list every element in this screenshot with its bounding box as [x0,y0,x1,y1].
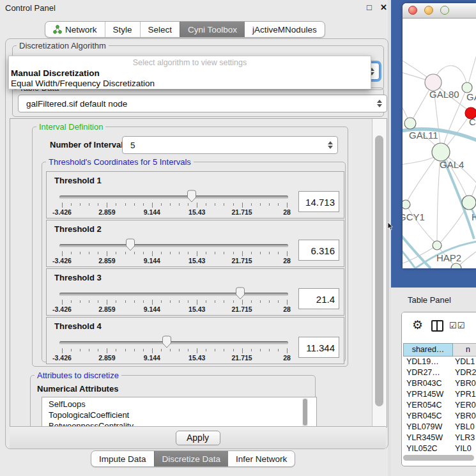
table-row[interactable]: YLR345WYLR3 [403,433,476,443]
node-label: GCY1 [403,211,425,222]
network-node[interactable] [433,241,441,250]
network-node[interactable] [404,118,416,129]
group-title: Discretization Algorithm [17,41,109,50]
combo-spinner-icon [328,141,333,149]
table-row[interactable]: YDL19…YDL1 [403,357,476,367]
close-traffic-light-icon[interactable] [408,6,417,15]
cyni-mode-tabbar: Impute DataDiscretize DataInfer Network [91,450,295,467]
threshold-box: Threshold 1 -3.4262.8599.14415.4321.7152… [46,171,344,219]
tab-discretize-data[interactable]: Discretize Data [154,451,229,466]
threshold-value-field[interactable]: 14.713 [298,191,339,212]
slider-thumb-icon[interactable] [187,190,197,203]
interval-definition-group: Interval Definition Number of Intervals … [32,127,348,367]
list-scrollbar[interactable] [302,398,308,427]
toolbox-tabbar: NetworkStyleSelectCyni ToolboxjActiveMNo… [45,21,325,38]
network-node[interactable] [432,143,450,161]
select-columns-icon[interactable]: ☑☑ [449,321,465,330]
tab-label: Infer Network [236,454,287,464]
slider-track[interactable] [59,341,288,344]
screen: Control Panel □ ✕ NetworkStyleSelectCyni… [0,0,476,476]
table-rows: YDL19…YDL1YDR27…YDR2YBR043CYBR0YPR145WYP… [403,357,476,453]
threshold-box: Threshold 4 -3.4262.8599.14415.4321.7152… [46,317,344,364]
slider-track[interactable] [59,244,288,247]
attribute-item[interactable]: SelfLoops [49,399,316,410]
tab-label: Discretize Data [162,454,221,464]
tab-jactivemnodules[interactable]: jActiveMNodules [245,22,325,37]
list-scrollbar-thumb[interactable] [303,399,307,426]
close-icon[interactable]: ✕ [380,3,387,12]
slider-thumb-icon[interactable] [125,238,135,251]
node-label: C [469,116,476,127]
threshold-value-field[interactable]: 21.4 [298,288,339,309]
attributes-listbox[interactable]: SelfLoopsTopologicalCoefficientBetweenne… [42,397,317,427]
num-intervals-combo[interactable]: 5 [122,136,338,154]
threshold-value-field[interactable]: 6.316 [298,240,339,261]
table-data-group: Table Data galFiltered.sif default node [12,88,384,117]
threshold-box: Threshold 3 -3.4262.8599.14415.4321.7152… [46,268,344,316]
tab-label: Select [148,25,173,35]
threshold-label: Threshold 4 [54,321,102,331]
numerical-attributes-label: Numerical Attributes [37,384,118,394]
slider-thumb-icon[interactable] [162,335,172,348]
attribute-item[interactable]: TopologicalCoefficient [49,410,316,420]
group-title: Threshold's Coordinates for 5 Intervals [46,157,194,167]
combo-spinner-icon [377,100,382,107]
slider-track[interactable] [59,293,288,296]
table-row[interactable]: YBL079WYBL0 [403,422,476,433]
float-window-icon[interactable]: □ [367,3,372,12]
tab-label: Impute Data [99,454,146,464]
mouse-cursor-icon [387,222,395,231]
horizontal-scrollbar-thumb[interactable] [403,455,474,461]
threshold-box: Threshold 2 -3.4262.8599.14415.4321.7152… [46,220,344,267]
dropdown-option-manual[interactable]: Manual Discretization [11,68,100,78]
table-row[interactable]: YPR145WYPR1 [403,389,476,400]
network-canvas[interactable]: GAL80GACGAL11GAL4GCY1HHAP2 [403,19,476,268]
threshold-value-field[interactable]: 11.344 [298,337,339,358]
table-row[interactable]: YBR043CYBR0 [403,378,476,389]
table-row[interactable]: YBR045CYBR0 [403,411,476,422]
table-row[interactable]: YIL052CYIL0 [403,443,476,453]
panel-scrollbar[interactable] [372,119,387,427]
panel-scrollbar-thumb[interactable] [375,135,383,406]
table-row[interactable]: YER054CYER0 [403,400,476,411]
num-intervals-label: Number of Intervals [50,140,128,150]
tab-select[interactable]: Select [140,22,180,37]
panel-title: Control Panel [5,3,56,13]
slider-thumb-icon[interactable] [235,287,245,300]
tab-label: Network [65,25,97,35]
node-label: GAL4 [440,159,464,170]
settings-gear-icon[interactable]: ⚙ [412,318,423,332]
network-window[interactable]: GAL80GACGAL11GAL4GCY1HHAP2 [403,3,476,268]
zoom-traffic-light-icon[interactable] [440,6,449,15]
tab-cyni-toolbox[interactable]: Cyni Toolbox [180,22,245,37]
network-node[interactable] [462,196,476,210]
column-header-shared-name[interactable]: shared… [403,343,453,357]
split-columns-icon[interactable] [431,320,443,332]
node-label: H [472,211,476,222]
group-title: Interval Definition [36,122,105,132]
tab-style[interactable]: Style [105,22,140,37]
dropdown-placeholder: Select algorithm to view settings [9,58,371,67]
dropdown-option-equal-width[interactable]: Equal Width/Frequency Discretization [11,79,155,88]
settings-scroll-area: Interval Definition Number of Intervals … [10,118,387,427]
tab-label: Cyni Toolbox [188,25,237,35]
tab-network[interactable]: Network [45,22,105,37]
node-table: ⚙ ☑☑ shared… n YDL19…YDL1YDR27…YDR2YBR04… [401,312,476,466]
slider-track[interactable] [59,196,288,199]
column-header-name[interactable]: n [453,343,476,357]
network-node[interactable] [403,200,410,209]
tab-impute-data[interactable]: Impute Data [91,451,154,466]
table-row[interactable]: YDR27…YDR2 [403,367,476,378]
threshold-label: Threshold 2 [54,224,102,234]
control-panel: Control Panel □ ✕ NetworkStyleSelectCyni… [0,0,388,476]
table-panel: Table Panel ⚙ ☑☑ shared… n YDL19…YDL1YDR… [391,288,476,476]
minimize-traffic-light-icon[interactable] [424,6,433,15]
table-data-combo[interactable]: galFiltered.sif default node [18,95,387,112]
tab-infer-network[interactable]: Infer Network [228,451,295,466]
tab-label: jActiveMNodules [252,25,317,35]
table-data-value: galFiltered.sif default node [26,99,127,109]
table-header: shared… n [403,343,476,357]
node-label: GAL11 [409,130,438,141]
apply-button[interactable]: Apply [176,431,220,445]
network-window-titlebar[interactable] [403,3,476,19]
